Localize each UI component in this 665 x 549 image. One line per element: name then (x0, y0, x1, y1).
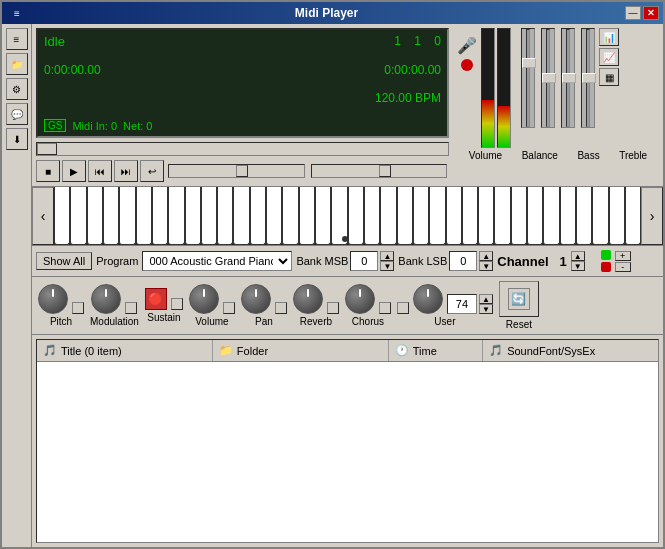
toolbar-menu-btn[interactable]: ≡ (6, 28, 28, 50)
col-folder[interactable]: 📁 Folder (213, 340, 389, 361)
piano-key-white[interactable] (119, 187, 135, 245)
mod-btn[interactable] (125, 302, 137, 314)
progress-bar[interactable] (36, 142, 449, 156)
piano-key-white[interactable] (380, 187, 396, 245)
piano-key-white[interactable] (576, 187, 592, 245)
piano-key-white[interactable] (103, 187, 119, 245)
piano-key-white[interactable] (429, 187, 445, 245)
col-time[interactable]: 🕐 Time (389, 340, 483, 361)
piano-key-white[interactable] (217, 187, 233, 245)
balance-slider-thumb[interactable] (542, 73, 556, 83)
piano-key-white[interactable] (511, 187, 527, 245)
pan-knob[interactable] (241, 284, 271, 314)
channel-up[interactable]: ▲ (571, 251, 585, 261)
position-slider[interactable] (311, 164, 448, 178)
graph1-button[interactable]: 📊 (599, 28, 619, 46)
volume-slider-thumb[interactable] (522, 58, 536, 68)
menu-icon[interactable]: ≡ (6, 2, 28, 24)
user-knob[interactable] (413, 284, 443, 314)
piano-key-white[interactable] (364, 187, 380, 245)
bass-slider-thumb[interactable] (562, 73, 576, 83)
user-down[interactable]: ▼ (479, 304, 493, 314)
piano-key-white[interactable] (70, 187, 86, 245)
position-slider-thumb[interactable] (379, 165, 391, 177)
piano-key-white[interactable] (494, 187, 510, 245)
piano-key-white[interactable] (152, 187, 168, 245)
piano-key-white[interactable] (397, 187, 413, 245)
pitch-btn[interactable] (72, 302, 84, 314)
piano-key-white[interactable] (446, 187, 462, 245)
play-button[interactable]: ▶ (62, 160, 86, 182)
rev-btn[interactable] (327, 302, 339, 314)
toolbar-settings-btn[interactable]: ⚙ (6, 78, 28, 100)
bank-lsb-up[interactable]: ▲ (479, 251, 493, 261)
piano-key-white[interactable] (462, 187, 478, 245)
piano-key-white[interactable] (136, 187, 152, 245)
piano-key-white[interactable] (185, 187, 201, 245)
toolbar-download-btn[interactable]: ⬇ (6, 128, 28, 150)
pitch-knob[interactable] (38, 284, 68, 314)
piano-key-white[interactable] (348, 187, 364, 245)
piano-key-white[interactable] (299, 187, 315, 245)
channel-down[interactable]: ▼ (571, 261, 585, 271)
loop-button[interactable]: ↩ (140, 160, 164, 182)
bank-msb-down[interactable]: ▼ (380, 261, 394, 271)
col-soundfont[interactable]: 🎵 SoundFont/SysEx (483, 340, 658, 361)
keyboard-left-btn[interactable]: ‹ (32, 187, 54, 245)
piano-key-white[interactable] (250, 187, 266, 245)
piano-key-white[interactable] (201, 187, 217, 245)
bank-msb-input[interactable] (350, 251, 378, 271)
vol-btn[interactable] (223, 302, 235, 314)
volume-slider[interactable] (521, 28, 535, 128)
piano-key-white[interactable] (87, 187, 103, 245)
piano-key-white[interactable] (478, 187, 494, 245)
piano-key-white[interactable] (168, 187, 184, 245)
pan-btn[interactable] (275, 302, 287, 314)
next-button[interactable]: ⏭ (114, 160, 138, 182)
balance-slider[interactable] (541, 28, 555, 128)
piano-key-white[interactable] (527, 187, 543, 245)
reset-button[interactable]: 🔄 (499, 281, 539, 317)
piano-key-white[interactable] (233, 187, 249, 245)
tempo-slider[interactable] (168, 164, 305, 178)
tempo-slider-thumb[interactable] (236, 165, 248, 177)
bank-lsb-down[interactable]: ▼ (479, 261, 493, 271)
bass-slider[interactable] (561, 28, 575, 128)
piano-key-white[interactable] (609, 187, 625, 245)
piano-keyboard[interactable] (54, 187, 641, 245)
treble-slider[interactable] (581, 28, 595, 128)
piano-key-white[interactable] (266, 187, 282, 245)
piano-key-white[interactable] (625, 187, 641, 245)
piano-key-white[interactable] (592, 187, 608, 245)
sustain-icon[interactable]: 🔴 (145, 288, 167, 310)
piano-key-white[interactable] (543, 187, 559, 245)
minimize-button[interactable]: — (625, 6, 641, 20)
stop-button[interactable]: ■ (36, 160, 60, 182)
volume-knob[interactable] (189, 284, 219, 314)
sustain-btn[interactable] (171, 298, 183, 310)
piano-key-white[interactable] (315, 187, 331, 245)
treble-slider-thumb[interactable] (582, 73, 596, 83)
piano-key-white[interactable] (282, 187, 298, 245)
toolbar-chat-btn[interactable]: 💬 (6, 103, 28, 125)
keyboard-right-btn[interactable]: › (641, 187, 663, 245)
progress-thumb[interactable] (37, 143, 57, 155)
user-small-btn[interactable] (397, 302, 409, 314)
graph2-button[interactable]: 📈 (599, 48, 619, 66)
close-button[interactable]: ✕ (643, 6, 659, 20)
show-all-button[interactable]: Show All (36, 252, 92, 270)
add-button[interactable]: + (615, 251, 631, 261)
piano-key-white[interactable] (413, 187, 429, 245)
minus-button[interactable]: - (615, 262, 631, 272)
reverb-knob[interactable] (293, 284, 323, 314)
user-up[interactable]: ▲ (479, 294, 493, 304)
bank-lsb-input[interactable] (449, 251, 477, 271)
piano-key-white[interactable] (54, 187, 70, 245)
bank-msb-up[interactable]: ▲ (380, 251, 394, 261)
program-select[interactable]: 000 Acoustic Grand Piano (142, 251, 292, 271)
chorus-btn[interactable] (379, 302, 391, 314)
prev-button[interactable]: ⏮ (88, 160, 112, 182)
piano-key-white[interactable] (560, 187, 576, 245)
grid-button[interactable]: ▦ (599, 68, 619, 86)
modulation-knob[interactable] (91, 284, 121, 314)
